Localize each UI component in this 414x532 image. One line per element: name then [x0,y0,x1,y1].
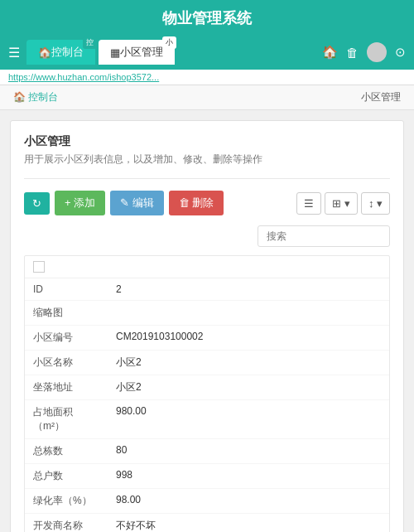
record-row-name: 小区名称 小区2 [25,351,389,375]
refresh-button[interactable]: ↻ [24,192,50,215]
record-row-buildings: 总栋数 80 [25,439,389,464]
search-bar [24,225,390,247]
thumbnail-value [108,301,389,311]
search-input[interactable] [258,225,390,247]
record-row-thumbnail: 缩略图 [25,301,389,326]
name-value: 小区2 [108,351,389,375]
id-label: ID [25,278,108,300]
view-grid-button[interactable]: ⊞ ▾ [325,192,358,215]
breadcrumb-home-label[interactable]: 控制台 [28,91,58,103]
add-label: + 添加 [65,196,95,210]
tab-community[interactable]: ▦ 小区管理 小 [99,40,175,65]
breadcrumb-left: 🏠 控制台 [13,90,58,104]
buildings-value: 80 [108,439,389,461]
record-header [25,256,389,278]
view-list-button[interactable]: ☰ [296,192,321,215]
tab-dashboard[interactable]: 🏠 控制台 控 [26,40,95,65]
app-title-text: 物业管理系统 [162,10,252,27]
section-description: 用于展示小区列表信息，以及增加、修改、删除等操作 [24,152,390,167]
nav-right-icons: 🏠 🗑 ⊙ [322,42,406,62]
households-label: 总户数 [25,464,108,488]
greening-value: 98.00 [108,489,389,510]
nav-bar: ☰ 🏠 控制台 控 ▦ 小区管理 小 🏠 🗑 ⊙ [0,35,414,70]
tab-dashboard-label: 控制台 [51,45,84,60]
record-checkbox[interactable] [33,261,45,273]
view-sort-button[interactable]: ↕ ▾ [361,192,390,215]
name-label: 小区名称 [25,351,108,375]
breadcrumb-current: 小区管理 [361,90,401,104]
home-tab-icon: 🏠 [38,46,51,59]
breadcrumb: 🏠 控制台 小区管理 [0,85,414,110]
watermark-text: https://www.huzhan.com/ishop3572... [8,72,159,82]
nav-home-icon[interactable]: 🏠 [322,45,338,60]
greening-label: 绿化率（%） [25,489,108,513]
thumbnail-label: 缩略图 [25,301,108,325]
tab-community-badge: 小 [162,36,176,49]
code-value: CM2019103100002 [108,326,389,347]
nav-share-icon[interactable]: ⊙ [395,45,406,60]
record-row-developer: 开发商名称 不好不坏 [25,514,389,532]
households-value: 998 [108,464,389,486]
delete-label: 🗑 删除 [179,196,214,210]
nav-avatar[interactable] [367,42,387,62]
record-row-code: 小区编号 CM2019103100002 [25,326,389,351]
community-tab-icon: ▦ [110,46,120,59]
area-label: 占地面积（m²） [25,400,108,438]
record-row-households: 总户数 998 [25,464,389,489]
breadcrumb-current-label: 小区管理 [361,91,401,103]
section-title: 小区管理 [24,134,390,149]
address-label: 坐落地址 [25,375,108,399]
edit-label: ✎ 编辑 [120,196,154,210]
id-value: 2 [108,278,389,300]
tab-dashboard-badge: 控 [83,36,97,49]
watermark-bar: https://www.huzhan.com/ishop3572... [0,70,414,85]
breadcrumb-home-icon: 🏠 [13,91,26,103]
delete-button[interactable]: 🗑 删除 [169,191,224,215]
tab-community-label: 小区管理 [120,45,163,60]
add-button[interactable]: + 添加 [55,191,105,215]
nav-trash-icon[interactable]: 🗑 [346,46,359,60]
main-content: 小区管理 用于展示小区列表信息，以及增加、修改、删除等操作 ↻ + 添加 ✎ 编… [10,120,404,532]
developer-label: 开发商名称 [25,514,108,532]
buildings-label: 总栋数 [25,439,108,463]
developer-value: 不好不坏 [108,514,389,532]
menu-icon[interactable]: ☰ [8,45,20,60]
section-divider [24,178,390,179]
record-item: ID 2 缩略图 小区编号 CM2019103100002 小区名称 小区2 坐… [24,255,390,532]
toolbar: ↻ + 添加 ✎ 编辑 🗑 删除 ☰ ⊞ ▾ ↕ ▾ [24,191,390,215]
record-row-greening: 绿化率（%） 98.00 [25,489,389,514]
view-icons: ☰ ⊞ ▾ ↕ ▾ [296,192,390,215]
address-value: 小区2 [108,375,389,399]
refresh-icon: ↻ [32,197,41,210]
edit-button[interactable]: ✎ 编辑 [110,191,164,215]
record-row-area: 占地面积（m²） 980.00 [25,400,389,439]
record-row-id: ID 2 [25,278,389,301]
record-body: ID 2 缩略图 小区编号 CM2019103100002 小区名称 小区2 坐… [25,278,389,532]
area-value: 980.00 [108,400,389,422]
page-title: 物业管理系统 [0,0,414,35]
code-label: 小区编号 [25,326,108,350]
record-row-address: 坐落地址 小区2 [25,375,389,400]
